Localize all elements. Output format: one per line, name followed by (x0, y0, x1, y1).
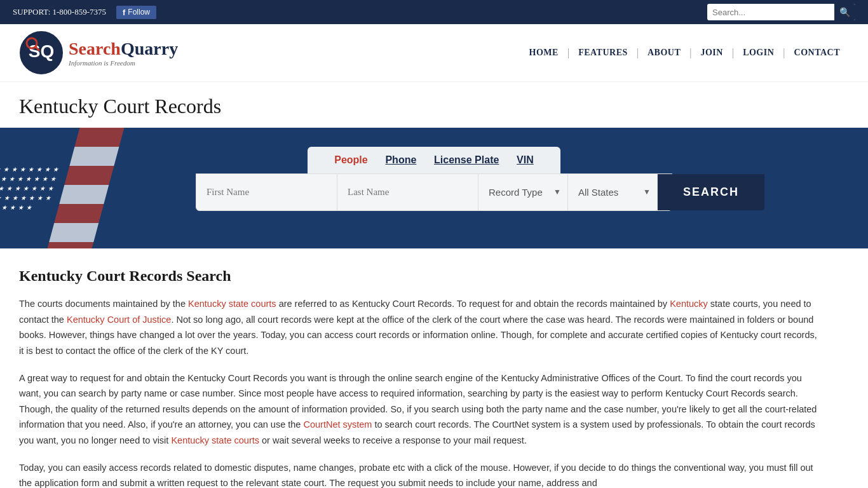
svg-text:SQ: SQ (29, 41, 54, 61)
link-kentucky-state-courts-1[interactable]: Kentucky state courts (188, 299, 276, 309)
tab-vin[interactable]: VIN (517, 154, 534, 166)
content-paragraph-1: The courts documents maintained by the K… (19, 296, 820, 359)
link-kentucky-court-of-justice[interactable]: Kentucky Court of Justice (67, 315, 171, 325)
content-paragraph-2: A great way to request for and obtain th… (19, 370, 820, 449)
search-button[interactable]: SEARCH (658, 174, 764, 210)
content: Kentucky Court Records Search The courts… (0, 248, 839, 488)
logo-brand: SearchQuarry (69, 39, 178, 59)
facebook-follow-button[interactable]: f Follow (116, 6, 156, 19)
content-title: Kentucky Court Records Search (19, 268, 820, 285)
content-paragraph-3: Today, you can easily access records rel… (19, 460, 820, 488)
logo-text: SearchQuarry Information is Freedom (69, 39, 178, 67)
follow-label: Follow (128, 8, 150, 17)
tab-panel: People Phone License Plate VIN (308, 147, 560, 173)
header: SQ SearchQuarry Information is Freedom H… (0, 24, 868, 82)
page-title-section: Kentucky Court Records (0, 82, 868, 128)
record-type-wrapper: Record Type Criminal Civil Traffic ▼ (478, 174, 568, 210)
tab-license-plate[interactable]: License Plate (434, 154, 499, 166)
last-name-input[interactable] (337, 174, 478, 210)
top-search-button[interactable]: 🔍 (834, 4, 855, 20)
nav-home[interactable]: HOME (520, 48, 567, 58)
top-bar-left: SUPPORT: 1-800-859-7375 f Follow (13, 6, 156, 19)
nav-features[interactable]: FEATURES (569, 48, 637, 58)
top-search-bar: 🔍 (707, 4, 855, 20)
nav-join[interactable]: JOIN (691, 48, 731, 58)
search-form: Record Type Criminal Civil Traffic ▼ All… (196, 173, 672, 211)
top-search-input[interactable] (707, 8, 834, 17)
link-courtnet-system[interactable]: CourtNet system (303, 419, 372, 430)
page-title: Kentucky Court Records (19, 95, 849, 118)
tabs-row: People Phone License Plate VIN (196, 147, 672, 173)
all-states-wrapper: All States Alabama Alaska Arizona Arkans… (568, 174, 658, 210)
main-nav: HOME | FEATURES | ABOUT | JOIN | LOGIN |… (520, 47, 849, 58)
logo-brand-part2: Quarry (121, 39, 178, 58)
first-name-input[interactable] (196, 174, 337, 210)
record-type-select[interactable]: Record Type Criminal Civil Traffic (478, 175, 567, 209)
support-label: SUPPORT: 1-800-859-7375 (13, 7, 106, 17)
link-kentucky-state-courts-2[interactable]: Kentucky state courts (171, 435, 259, 445)
nav-contact[interactable]: CONTACT (785, 48, 849, 58)
facebook-logo: f (123, 8, 125, 17)
top-bar: SUPPORT: 1-800-859-7375 f Follow 🔍 (0, 0, 868, 24)
search-widget: People Phone License Plate VIN Record Ty… (196, 147, 672, 211)
link-kentucky-1[interactable]: Kentucky (670, 299, 708, 309)
all-states-select[interactable]: All States Alabama Alaska Arizona Arkans… (568, 175, 657, 209)
logo-tagline: Information is Freedom (69, 59, 178, 67)
logo-icon: SQ (19, 30, 64, 75)
nav-login[interactable]: LOGIN (734, 48, 783, 58)
tab-people[interactable]: People (334, 154, 367, 166)
logo: SQ SearchQuarry Information is Freedom (19, 30, 178, 75)
tab-phone[interactable]: Phone (385, 154, 416, 166)
banner: ★★★★ ★★★★ ★★★★ ★★★★ ★★★★ ★★★★ ★★★★ ★★★★ … (0, 128, 868, 248)
nav-about[interactable]: ABOUT (639, 48, 689, 58)
logo-brand-part1: Search (69, 39, 121, 58)
